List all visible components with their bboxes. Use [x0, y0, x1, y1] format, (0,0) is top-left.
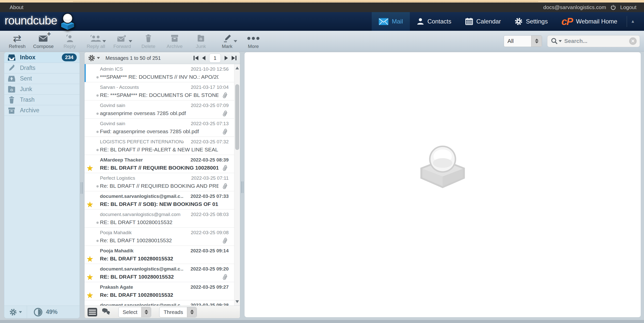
archive-button[interactable]: Archive: [162, 32, 188, 51]
refresh-button[interactable]: ⇄ Refresh: [4, 32, 30, 51]
message-subject: agrasenprime overseas 7285 obl.pdf: [100, 110, 219, 116]
message-sender: Govind sain: [100, 121, 184, 126]
page-number-input[interactable]: [209, 53, 221, 63]
junk-button[interactable]: ♻ Junk: [188, 32, 214, 51]
scroll-up-icon[interactable]: [235, 67, 239, 69]
read-dot-icon[interactable]: [96, 76, 99, 78]
delete-trash-icon: [145, 33, 152, 44]
nav-contacts[interactable]: Contacts: [410, 12, 458, 31]
roundcube-cube-icon: [58, 11, 77, 31]
mail-envelope-icon: [379, 18, 389, 25]
message-row[interactable]: ★ Govind sain 2022-03-25 07:13 Fwd: agra…: [85, 119, 234, 137]
flag-star-icon[interactable]: ★: [87, 200, 93, 209]
reply-all-button[interactable]: Reply all: [83, 32, 109, 51]
scope-filter-select[interactable]: All: [504, 35, 542, 47]
prev-page-button[interactable]: [202, 56, 205, 60]
message-row[interactable]: ★ document.sarvanlogistics@gmail.com 202…: [85, 209, 234, 228]
message-date: 2022-03-25 08:03: [191, 212, 229, 217]
message-row[interactable]: ★ Pooja Mahadik 2022-03-25 09:14 Re: BL …: [85, 246, 234, 264]
message-row[interactable]: ★ AMardeep Thacker 2022-03-25 08:39 RE: …: [85, 155, 234, 173]
list-splitter-handle[interactable]: [241, 181, 243, 193]
read-dot-icon[interactable]: [96, 185, 99, 187]
flag-star-icon[interactable]: ★: [87, 273, 93, 281]
flag-star-icon[interactable]: ★: [87, 164, 93, 172]
nav-webmail-home-label: Webmail Home: [576, 18, 618, 25]
message-row[interactable]: ★ Admin ICS 2021-10-20 12:56 ***SPAM*** …: [85, 64, 234, 82]
message-subject: RE: BL DRAFT // PRE-ALERT & NEW LINE SEA…: [100, 147, 219, 153]
message-date: 2022-03-25 09:08: [191, 230, 229, 235]
message-subject: RE: BL DRAFT // SOB): NEW BOOKINGS OF 01…: [100, 201, 219, 207]
list-options-button[interactable]: [88, 55, 100, 62]
message-row[interactable]: ★ LOGISTICS PERFECT INTERNATIONAL 2022-0…: [85, 137, 234, 155]
message-date: 2022-03-25 09:28: [191, 303, 229, 306]
folder-junk[interactable]: ♻ Junk: [4, 84, 79, 95]
scrollbar-thumb[interactable]: [235, 84, 239, 150]
read-dot-icon[interactable]: [96, 149, 99, 151]
message-sender: Pooja Mahadik: [100, 230, 184, 235]
sidebar-splitter-handle[interactable]: [81, 182, 83, 194]
message-sender: Pooja Mahadik: [100, 248, 184, 254]
nav-settings[interactable]: Settings: [508, 12, 555, 31]
message-row[interactable]: ★ Pooja Mahadik 2022-03-25 09:08 Re: BL …: [85, 228, 234, 246]
folder-trash[interactable]: Trash: [4, 95, 79, 105]
folder-archive[interactable]: Archive: [4, 105, 79, 116]
reply-button[interactable]: Reply: [57, 32, 83, 51]
flag-star-icon[interactable]: ★: [87, 291, 93, 300]
nav-webmail-home[interactable]: cP Webmail Home: [555, 12, 624, 31]
threads-dropdown[interactable]: Threads: [159, 307, 197, 317]
reply-icon: [66, 33, 73, 44]
message-date: 2022-03-25 09:27: [191, 284, 229, 290]
select-dropdown[interactable]: Select: [118, 307, 151, 317]
list-scrollbar[interactable]: [234, 64, 240, 306]
nav-mail[interactable]: Mail: [372, 12, 410, 31]
delete-label: Delete: [142, 44, 155, 49]
search-box[interactable]: ✕: [547, 35, 640, 47]
folder-inbox[interactable]: Inbox 234: [4, 52, 79, 63]
read-dot-icon[interactable]: [96, 113, 99, 115]
message-row[interactable]: ★ document.sarvanlogistics@gmail.c… 2022…: [85, 300, 234, 306]
scroll-down-icon[interactable]: [235, 300, 239, 303]
archive-label: Archive: [167, 44, 182, 49]
list-view-mode-icon[interactable]: [88, 308, 97, 316]
flag-star-icon[interactable]: ★: [87, 254, 93, 263]
message-row[interactable]: ★ Sarvan - Accounts 2021-03-17 10:04 RE:…: [85, 82, 234, 100]
delete-button[interactable]: Delete: [135, 32, 162, 51]
search-options-caret-icon[interactable]: [559, 40, 562, 42]
collapse-arrow-icon[interactable]: ▲: [631, 19, 635, 24]
message-date: 2022-03-25 09:20: [191, 266, 229, 272]
more-button[interactable]: More: [240, 32, 266, 51]
svg-text:♻: ♻: [10, 88, 13, 92]
reply-all-label: Reply all: [87, 44, 105, 49]
mark-pencil-icon: [223, 33, 231, 44]
folder-actions-button[interactable]: [4, 306, 27, 318]
mark-button[interactable]: Mark: [214, 32, 240, 51]
threads-bubbles-icon[interactable]: [102, 308, 110, 316]
read-dot-icon[interactable]: [96, 222, 99, 224]
forward-label: Forward: [113, 44, 131, 49]
folder-sent[interactable]: Sent: [4, 73, 79, 84]
logout-link[interactable]: Logout: [620, 4, 636, 10]
search-clear-icon[interactable]: ✕: [629, 37, 637, 45]
read-dot-icon[interactable]: [96, 131, 99, 133]
message-row[interactable]: ★ document.sarvanlogistics@gmail.c… 2022…: [85, 264, 234, 282]
junk-label: Junk: [196, 44, 206, 49]
folder-drafts[interactable]: Drafts: [4, 63, 79, 73]
read-dot-icon[interactable]: [96, 94, 99, 97]
message-row[interactable]: ★ Perfect Logistics 2022-03-25 07:11 Re:…: [85, 173, 234, 191]
message-subject: Re: BL DRAFT 100280015532: [100, 237, 219, 244]
message-sender: document.sarvanlogistics@gmail.com: [100, 212, 184, 217]
first-page-button[interactable]: [194, 56, 198, 60]
nav-calendar[interactable]: Calendar: [458, 12, 508, 31]
compose-button[interactable]: + Compose: [30, 32, 57, 51]
about-link[interactable]: About: [10, 4, 23, 10]
message-row[interactable]: ★ Govind sain 2022-03-25 07:09 agrasenpr…: [85, 100, 234, 119]
search-input[interactable]: [564, 38, 629, 44]
forward-button[interactable]: Forward: [109, 32, 135, 51]
last-page-button[interactable]: [232, 56, 236, 60]
message-row[interactable]: ★ document.sarvanlogistics@gmail.c… 2022…: [85, 191, 234, 209]
select-dropdown-value: Select: [119, 307, 141, 317]
next-page-button[interactable]: [225, 56, 228, 60]
read-dot-icon[interactable]: [96, 240, 99, 242]
message-subject: RE: BL DRAFT // REQUIRE BOOKING 10028001…: [100, 165, 219, 171]
message-row[interactable]: ★ Prakash Agate 2022-03-25 09:27 Re: BL …: [85, 282, 234, 300]
